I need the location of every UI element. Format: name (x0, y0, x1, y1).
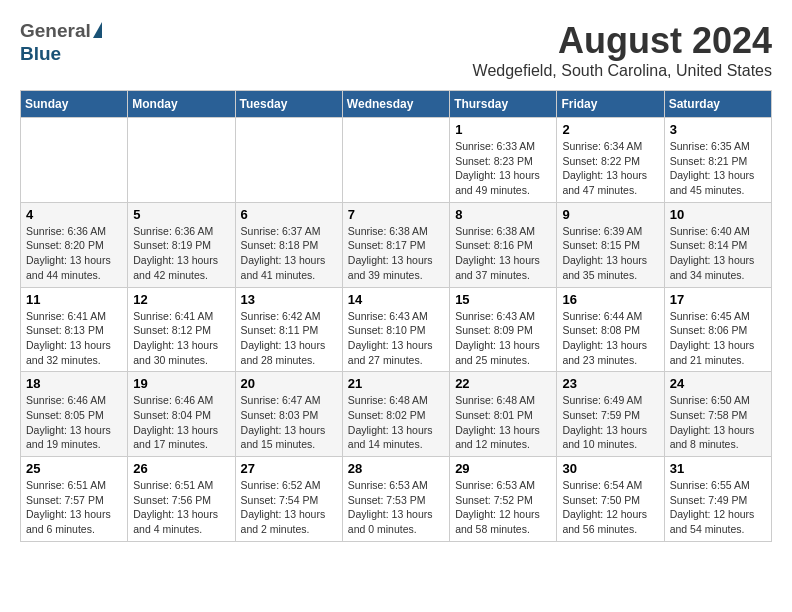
day-number: 25 (26, 461, 122, 476)
day-info: Sunrise: 6:35 AM Sunset: 8:21 PM Dayligh… (670, 139, 766, 198)
day-info: Sunrise: 6:47 AM Sunset: 8:03 PM Dayligh… (241, 393, 337, 452)
day-number: 6 (241, 207, 337, 222)
day-number: 11 (26, 292, 122, 307)
calendar-cell: 20Sunrise: 6:47 AM Sunset: 8:03 PM Dayli… (235, 372, 342, 457)
day-number: 29 (455, 461, 551, 476)
calendar-cell: 28Sunrise: 6:53 AM Sunset: 7:53 PM Dayli… (342, 457, 449, 542)
week-row-1: 1Sunrise: 6:33 AM Sunset: 8:23 PM Daylig… (21, 118, 772, 203)
header-sunday: Sunday (21, 91, 128, 118)
day-number: 27 (241, 461, 337, 476)
calendar-cell (342, 118, 449, 203)
calendar-cell: 29Sunrise: 6:53 AM Sunset: 7:52 PM Dayli… (450, 457, 557, 542)
day-info: Sunrise: 6:38 AM Sunset: 8:17 PM Dayligh… (348, 224, 444, 283)
day-number: 24 (670, 376, 766, 391)
calendar-cell: 27Sunrise: 6:52 AM Sunset: 7:54 PM Dayli… (235, 457, 342, 542)
day-info: Sunrise: 6:51 AM Sunset: 7:57 PM Dayligh… (26, 478, 122, 537)
day-info: Sunrise: 6:39 AM Sunset: 8:15 PM Dayligh… (562, 224, 658, 283)
calendar-cell (235, 118, 342, 203)
header-wednesday: Wednesday (342, 91, 449, 118)
day-info: Sunrise: 6:36 AM Sunset: 8:19 PM Dayligh… (133, 224, 229, 283)
week-row-5: 25Sunrise: 6:51 AM Sunset: 7:57 PM Dayli… (21, 457, 772, 542)
day-number: 4 (26, 207, 122, 222)
day-number: 9 (562, 207, 658, 222)
day-number: 28 (348, 461, 444, 476)
logo-general: General (20, 20, 91, 43)
week-row-2: 4Sunrise: 6:36 AM Sunset: 8:20 PM Daylig… (21, 202, 772, 287)
day-number: 1 (455, 122, 551, 137)
calendar-cell: 24Sunrise: 6:50 AM Sunset: 7:58 PM Dayli… (664, 372, 771, 457)
day-info: Sunrise: 6:34 AM Sunset: 8:22 PM Dayligh… (562, 139, 658, 198)
title-block: August 2024 Wedgefield, South Carolina, … (473, 20, 772, 80)
page-header: General Blue August 2024 Wedgefield, Sou… (20, 20, 772, 80)
calendar-cell: 30Sunrise: 6:54 AM Sunset: 7:50 PM Dayli… (557, 457, 664, 542)
day-number: 10 (670, 207, 766, 222)
day-info: Sunrise: 6:33 AM Sunset: 8:23 PM Dayligh… (455, 139, 551, 198)
calendar-cell: 13Sunrise: 6:42 AM Sunset: 8:11 PM Dayli… (235, 287, 342, 372)
day-info: Sunrise: 6:43 AM Sunset: 8:10 PM Dayligh… (348, 309, 444, 368)
logo: General Blue (20, 20, 102, 66)
day-number: 31 (670, 461, 766, 476)
calendar-cell: 1Sunrise: 6:33 AM Sunset: 8:23 PM Daylig… (450, 118, 557, 203)
logo-blue: Blue (20, 43, 61, 64)
day-number: 7 (348, 207, 444, 222)
calendar-cell: 11Sunrise: 6:41 AM Sunset: 8:13 PM Dayli… (21, 287, 128, 372)
day-number: 19 (133, 376, 229, 391)
day-info: Sunrise: 6:50 AM Sunset: 7:58 PM Dayligh… (670, 393, 766, 452)
header-thursday: Thursday (450, 91, 557, 118)
day-number: 12 (133, 292, 229, 307)
day-info: Sunrise: 6:41 AM Sunset: 8:12 PM Dayligh… (133, 309, 229, 368)
day-info: Sunrise: 6:36 AM Sunset: 8:20 PM Dayligh… (26, 224, 122, 283)
calendar-cell: 3Sunrise: 6:35 AM Sunset: 8:21 PM Daylig… (664, 118, 771, 203)
day-number: 14 (348, 292, 444, 307)
day-number: 21 (348, 376, 444, 391)
calendar-cell: 6Sunrise: 6:37 AM Sunset: 8:18 PM Daylig… (235, 202, 342, 287)
calendar-cell: 4Sunrise: 6:36 AM Sunset: 8:20 PM Daylig… (21, 202, 128, 287)
logo-triangle-icon (93, 22, 102, 38)
day-number: 5 (133, 207, 229, 222)
day-info: Sunrise: 6:48 AM Sunset: 8:01 PM Dayligh… (455, 393, 551, 452)
calendar-cell: 17Sunrise: 6:45 AM Sunset: 8:06 PM Dayli… (664, 287, 771, 372)
day-info: Sunrise: 6:41 AM Sunset: 8:13 PM Dayligh… (26, 309, 122, 368)
day-number: 23 (562, 376, 658, 391)
day-number: 17 (670, 292, 766, 307)
calendar-cell: 2Sunrise: 6:34 AM Sunset: 8:22 PM Daylig… (557, 118, 664, 203)
day-number: 15 (455, 292, 551, 307)
day-info: Sunrise: 6:53 AM Sunset: 7:53 PM Dayligh… (348, 478, 444, 537)
calendar-cell: 15Sunrise: 6:43 AM Sunset: 8:09 PM Dayli… (450, 287, 557, 372)
calendar-cell: 18Sunrise: 6:46 AM Sunset: 8:05 PM Dayli… (21, 372, 128, 457)
day-info: Sunrise: 6:49 AM Sunset: 7:59 PM Dayligh… (562, 393, 658, 452)
header-monday: Monday (128, 91, 235, 118)
day-info: Sunrise: 6:52 AM Sunset: 7:54 PM Dayligh… (241, 478, 337, 537)
day-number: 16 (562, 292, 658, 307)
day-number: 2 (562, 122, 658, 137)
day-number: 8 (455, 207, 551, 222)
header-tuesday: Tuesday (235, 91, 342, 118)
calendar-cell: 10Sunrise: 6:40 AM Sunset: 8:14 PM Dayli… (664, 202, 771, 287)
day-info: Sunrise: 6:44 AM Sunset: 8:08 PM Dayligh… (562, 309, 658, 368)
calendar-cell: 25Sunrise: 6:51 AM Sunset: 7:57 PM Dayli… (21, 457, 128, 542)
week-row-4: 18Sunrise: 6:46 AM Sunset: 8:05 PM Dayli… (21, 372, 772, 457)
calendar-cell: 8Sunrise: 6:38 AM Sunset: 8:16 PM Daylig… (450, 202, 557, 287)
day-number: 20 (241, 376, 337, 391)
day-info: Sunrise: 6:54 AM Sunset: 7:50 PM Dayligh… (562, 478, 658, 537)
calendar-cell: 26Sunrise: 6:51 AM Sunset: 7:56 PM Dayli… (128, 457, 235, 542)
calendar-cell (21, 118, 128, 203)
day-info: Sunrise: 6:37 AM Sunset: 8:18 PM Dayligh… (241, 224, 337, 283)
calendar-cell: 14Sunrise: 6:43 AM Sunset: 8:10 PM Dayli… (342, 287, 449, 372)
calendar-header-row: SundayMondayTuesdayWednesdayThursdayFrid… (21, 91, 772, 118)
day-info: Sunrise: 6:40 AM Sunset: 8:14 PM Dayligh… (670, 224, 766, 283)
header-friday: Friday (557, 91, 664, 118)
day-info: Sunrise: 6:45 AM Sunset: 8:06 PM Dayligh… (670, 309, 766, 368)
day-info: Sunrise: 6:55 AM Sunset: 7:49 PM Dayligh… (670, 478, 766, 537)
calendar-cell: 12Sunrise: 6:41 AM Sunset: 8:12 PM Dayli… (128, 287, 235, 372)
day-info: Sunrise: 6:46 AM Sunset: 8:05 PM Dayligh… (26, 393, 122, 452)
header-saturday: Saturday (664, 91, 771, 118)
day-number: 26 (133, 461, 229, 476)
day-number: 13 (241, 292, 337, 307)
day-number: 30 (562, 461, 658, 476)
day-info: Sunrise: 6:48 AM Sunset: 8:02 PM Dayligh… (348, 393, 444, 452)
calendar-cell: 21Sunrise: 6:48 AM Sunset: 8:02 PM Dayli… (342, 372, 449, 457)
day-number: 22 (455, 376, 551, 391)
calendar-cell: 7Sunrise: 6:38 AM Sunset: 8:17 PM Daylig… (342, 202, 449, 287)
calendar-subtitle: Wedgefield, South Carolina, United State… (473, 62, 772, 80)
